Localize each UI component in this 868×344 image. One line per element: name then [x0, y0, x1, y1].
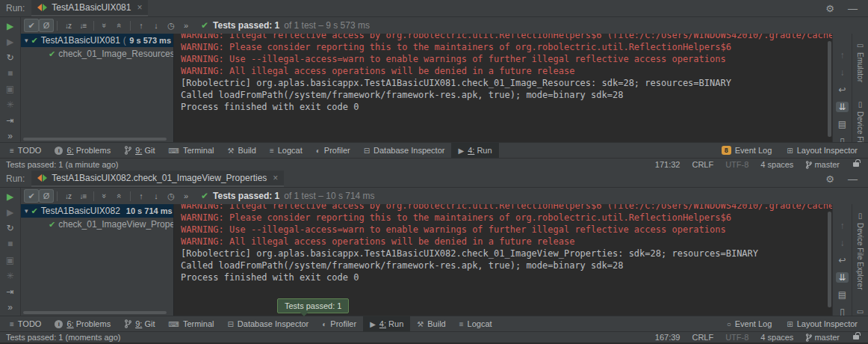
soft-wrap-icon[interactable]: ↩ — [838, 255, 846, 265]
rerun-icon[interactable]: ▶ — [4, 21, 16, 31]
show-ignored-icon[interactable]: Ø — [39, 19, 54, 32]
show-ignored-icon[interactable]: Ø — [39, 189, 54, 203]
git-branch-widget[interactable]: master — [805, 333, 840, 342]
attach-debugger-icon[interactable]: ✳ — [4, 99, 16, 110]
file-encoding[interactable]: UTF-8 — [725, 333, 748, 342]
toolbar-item-build[interactable]: ⚒ Build — [410, 316, 452, 331]
soft-wrap-icon[interactable]: ↩ — [838, 85, 846, 95]
test-tree-root-row[interactable]: ▾ ✔ TestA1BasicUIX081 (org.aplas.basicap… — [21, 34, 173, 47]
toolbar-item-problems[interactable]: i 6: Problems — [48, 316, 117, 331]
toolbar-more-icon[interactable]: » — [179, 19, 193, 32]
scroll-up-icon[interactable]: ↑ — [840, 221, 845, 231]
print-icon[interactable]: ▤ — [838, 289, 846, 300]
toolbar-item-logcat[interactable]: ≡ Logcat — [263, 143, 309, 158]
print-icon[interactable]: ▤ — [838, 119, 846, 129]
close-icon[interactable]: × — [273, 173, 278, 183]
show-passed-icon[interactable]: ✔ — [24, 19, 39, 32]
toolbar-item-terminal[interactable]: ⌨ Terminal — [161, 143, 220, 158]
rerun-failed-tests-icon[interactable]: ▶ — [4, 207, 16, 218]
next-occurrence-icon[interactable]: ↓ — [149, 189, 164, 203]
scroll-down-icon[interactable]: ↓ — [840, 238, 845, 248]
screenshot-icon[interactable]: ▣ — [4, 255, 16, 265]
collapse-all-icon[interactable]: « — [115, 194, 124, 198]
toolbar-item-todo[interactable]: ≡ TODO — [3, 143, 48, 158]
rerun-failed-tests-icon[interactable]: ▶ — [4, 37, 16, 47]
rerun-icon[interactable]: ▶ — [4, 191, 16, 202]
gear-icon[interactable]: ⚙ — [825, 173, 834, 185]
stop-icon[interactable]: ■ — [4, 68, 16, 79]
lock-icon[interactable] — [853, 162, 859, 167]
previous-occurrence-icon[interactable]: ↑ — [134, 189, 149, 203]
run-tab[interactable]: TestA1BasicUIX081 × — [31, 0, 148, 16]
test-tree-root-row[interactable]: ▾ ✔ TestA1BasicUIX082 (org.aplas.basicap… — [21, 204, 173, 218]
indent-setting[interactable]: 4 spaces — [760, 333, 793, 342]
chevron-down-icon[interactable]: ▾ — [25, 207, 28, 215]
file-encoding[interactable]: UTF-8 — [725, 160, 748, 169]
lock-icon[interactable] — [853, 335, 859, 340]
line-ending[interactable]: CRLF — [692, 333, 713, 342]
scroll-down-icon[interactable]: ↓ — [840, 67, 845, 78]
test-tree-child-row[interactable]: ✔ check_01_Image_Resources 9 s 573 ms — [21, 47, 173, 61]
toolbar-item-terminal[interactable]: ⌨ Terminal — [161, 316, 220, 331]
expand-all-icon[interactable]: » — [100, 194, 109, 198]
toolbar-more-icon[interactable]: » — [179, 189, 193, 203]
git-branch-widget[interactable]: master — [805, 160, 840, 169]
caret-position[interactable]: 171:32 — [655, 160, 681, 169]
line-ending[interactable]: CRLF — [692, 160, 713, 169]
toolbar-item-git[interactable]: 9: Git — [117, 143, 161, 158]
scroll-to-end-icon[interactable]: ⇊ — [836, 272, 848, 283]
exit-icon[interactable]: ⇥ — [4, 115, 16, 126]
toolbar-item-database-inspector[interactable]: ⊟ Database Inspector — [357, 143, 452, 158]
sort-alphabetically-icon[interactable]: ↓z — [61, 19, 75, 32]
toggle-auto-test-icon[interactable]: ↻ — [4, 223, 16, 233]
minimize-icon[interactable]: — — [848, 3, 858, 14]
toolbar-item-run[interactable]: ▶ 4: Run — [451, 143, 498, 158]
scroll-to-end-icon[interactable]: ⇊ — [836, 102, 848, 112]
close-icon[interactable]: × — [137, 2, 142, 13]
next-occurrence-icon[interactable]: ↓ — [149, 19, 164, 32]
expand-all-icon[interactable]: » — [100, 23, 109, 28]
layout-inspector-button[interactable]: ⊞ Layout Inspector — [787, 319, 858, 328]
sort-alphabetically-icon[interactable]: ↓z — [61, 189, 75, 203]
toolbar-item-build[interactable]: ⚒ Build — [220, 143, 262, 158]
indent-setting[interactable]: 4 spaces — [760, 160, 793, 169]
vertical-scrollbar[interactable] — [828, 41, 831, 137]
toolbar-item-logcat[interactable]: ≡ Logcat — [453, 316, 499, 331]
toolbar-item-todo[interactable]: ≡ TODO — [3, 316, 48, 331]
layout-inspector-button[interactable]: ⊞ Layout Inspector — [787, 146, 858, 155]
chevron-down-icon[interactable]: ▾ — [25, 37, 28, 44]
caret-position[interactable]: 167:39 — [655, 333, 681, 342]
more-icon[interactable]: » — [4, 131, 16, 141]
more-icon[interactable]: » — [4, 302, 16, 313]
horizontal-scrollbar[interactable] — [23, 311, 167, 314]
toolbar-item-profiler[interactable]: ◐ Profiler — [309, 143, 357, 158]
toolbar-item-profiler[interactable]: ◐ Profiler — [315, 316, 363, 331]
previous-occurrence-icon[interactable]: ↑ — [134, 19, 149, 32]
toggle-auto-test-icon[interactable]: ↻ — [4, 52, 16, 63]
toolbar-item-problems[interactable]: i 6: Problems — [48, 143, 117, 158]
show-passed-icon[interactable]: ✔ — [24, 189, 39, 203]
toolbar-item-database-inspector[interactable]: ⊟ Database Inspector — [220, 316, 315, 331]
screenshot-icon[interactable]: ▣ — [4, 84, 16, 94]
sort-by-duration-icon[interactable]: ↓≡ — [75, 189, 90, 203]
event-log-button[interactable]: 8 Event Log — [722, 146, 772, 155]
gear-icon[interactable]: ⚙ — [825, 3, 834, 14]
tool-stripe-emulator[interactable]: ▭ Emulator — [856, 41, 864, 82]
run-tab[interactable]: TestA1BasicUIX082.check_01_ImageView_Pro… — [31, 171, 284, 187]
attach-debugger-icon[interactable]: ✳ — [4, 271, 16, 281]
console-output[interactable]: WARNING: Illegal reflective access by or… — [173, 34, 832, 142]
test-history-icon[interactable]: ◷ — [164, 189, 179, 203]
test-history-icon[interactable]: ◷ — [164, 19, 179, 32]
test-tree-child-row[interactable]: ✔ check_01_ImageView_Properties 10 s 714… — [21, 218, 173, 231]
collapse-all-icon[interactable]: « — [115, 23, 124, 28]
console-output[interactable]: WARNING: Illegal reflective access by or… — [173, 204, 832, 316]
tool-stripe-device-file-explorer[interactable]: ▯ Device File Explorer — [856, 212, 864, 289]
toolbar-item-run[interactable]: ▶ 4: Run — [363, 316, 410, 331]
horizontal-scrollbar[interactable] — [23, 138, 167, 141]
stop-icon[interactable]: ■ — [4, 239, 16, 249]
exit-icon[interactable]: ⇥ — [4, 286, 16, 297]
scroll-up-icon[interactable]: ↑ — [840, 50, 845, 61]
sort-by-duration-icon[interactable]: ↓≡ — [75, 19, 90, 32]
minimize-icon[interactable]: — — [848, 173, 858, 185]
vertical-scrollbar[interactable] — [828, 212, 831, 307]
